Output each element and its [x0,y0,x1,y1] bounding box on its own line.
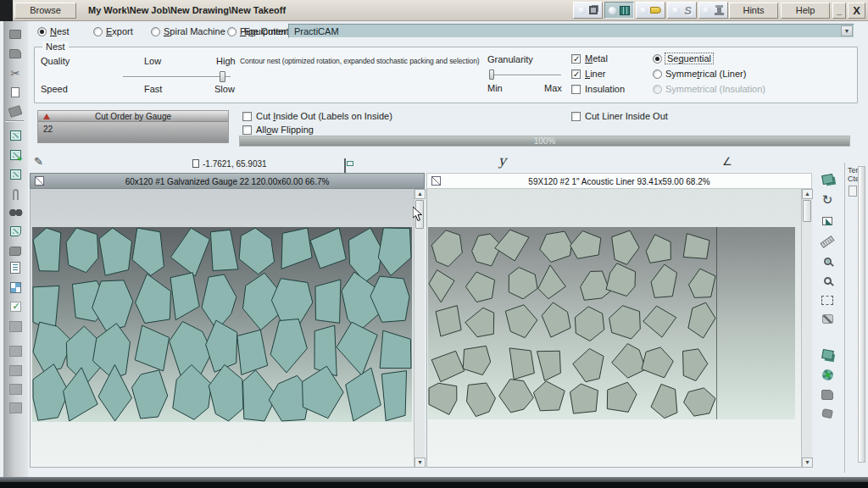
nest-pieces-1 [32,227,412,422]
pipe-cutter-radio[interactable] [227,27,236,36]
rotate-button[interactable]: ↻ [816,191,838,209]
help-button[interactable]: Help [781,3,830,19]
cut-order-header[interactable]: Cut Order by Gauge [38,111,228,122]
symmetrical-liner-label[interactable]: Symmetrical (Liner) [665,69,746,79]
sequential-label[interactable]: Sequential [665,53,713,64]
scroll-down-icon[interactable]: ▼ [802,458,813,468]
find-button[interactable] [6,204,25,221]
zoom-button[interactable] [816,271,838,290]
metal-checkbox[interactable] [571,54,581,64]
chevron-down-icon[interactable]: ▼ [841,25,853,36]
paste-button[interactable] [6,103,25,119]
toolbar-button-blank-3[interactable] [6,362,25,379]
cut-order-list[interactable]: Cut Order by Gauge 22 [37,110,229,143]
symmetrical-insulation-radio[interactable] [653,85,662,94]
drawing-2-button[interactable] [6,166,25,183]
minimize-button[interactable]: _ [832,3,846,19]
nest-mode-label[interactable]: Nest [50,26,70,36]
export-piece-button[interactable] [6,223,25,240]
save-button[interactable] [6,25,25,42]
auto-nest-button[interactable] [816,365,838,384]
symmetrical-insulation-label[interactable]: Symmetrical (Insulation) [665,84,765,94]
sheet-1-scrollbar[interactable]: ▲ ▼ [414,189,425,468]
speed-label: Speed [41,84,68,94]
scroll-up-icon[interactable]: ▲ [415,189,426,199]
hints-button[interactable]: Hints [729,3,778,19]
granularity-slider-handle[interactable] [489,69,494,80]
spiral-machine-radio[interactable] [151,27,160,36]
quality-low-label: Low [144,56,161,66]
piece-tool-button[interactable] [816,404,838,423]
scrollbar-thumb[interactable] [803,200,811,222]
new-nest-button[interactable] [6,147,25,164]
select-region-button[interactable] [816,291,838,309]
fittings-button[interactable]: S [667,2,697,19]
side-panel-scrollbar[interactable] [858,166,865,463]
measure-y-icon: y [498,152,506,169]
cut-order-row[interactable]: 22 [43,125,53,134]
swap-pieces-button[interactable] [816,345,838,363]
toolbar-button-blank-5[interactable] [6,399,25,416]
approve-button[interactable] [6,298,25,315]
grid-button[interactable] [6,279,25,296]
browse-button[interactable]: Browse [14,3,76,19]
symmetrical-liner-radio[interactable] [653,69,662,79]
nest-view-button[interactable] [604,2,634,19]
sheet-2-scrollbar[interactable]: ▲ ▼ [801,189,812,468]
toolbar-button-blank-4[interactable] [6,380,25,397]
cut-inside-out-checkbox[interactable] [242,112,252,121]
cut-liner-inside-out-label[interactable]: Cut Liner Inside Out [585,111,668,121]
notes-button[interactable] [636,2,665,19]
cut-inside-out-label[interactable]: Cut Inside Out (Labels on Inside) [256,111,392,121]
measure-button[interactable] [816,232,838,251]
view-3d-button[interactable] [573,2,603,19]
liner-label[interactable]: Liner [585,69,605,79]
copy-button[interactable] [6,84,25,101]
insulation-checkbox[interactable] [571,85,581,94]
export-mode-radio[interactable] [93,27,103,36]
sheet-1-header[interactable]: 60x120 #1 Galvanized Gauge 22 120.00x60.… [30,173,425,189]
report-button[interactable] [6,259,25,276]
equipment-label: Equipment [244,26,289,36]
liner-checkbox[interactable] [571,69,581,79]
metal-label[interactable]: Metal [585,53,608,64]
cut-liner-inside-out-checkbox[interactable] [571,112,581,121]
quality-slider-track[interactable] [123,76,231,78]
pan-icon [822,314,833,324]
press-icon [715,13,724,15]
toolbar-button-blank-1[interactable] [6,318,25,335]
insulation-label[interactable]: Insulation [585,84,625,94]
allow-flipping-checkbox[interactable] [242,125,252,135]
press-button[interactable] [698,2,728,19]
pan-button[interactable] [816,309,838,328]
sheet-tool-button[interactable] [816,385,838,404]
swap-pieces-icon [821,348,834,359]
allow-flipping-label[interactable]: Allow Flipping [256,125,314,135]
granularity-slider-track[interactable] [489,75,561,76]
nest-canvas-2[interactable] [428,227,795,419]
puzzle-button[interactable] [6,242,25,259]
export-mode-label[interactable]: Export [106,26,133,36]
drawing-button[interactable] [6,127,25,144]
sheet-2-header[interactable]: 59X120 #2 1" Acoustic Liner 93.41x59.00 … [426,173,812,189]
zoom-window-button[interactable] [816,252,838,270]
equipment-value: PractiCAM [294,26,339,36]
scroll-up-icon[interactable]: ▲ [802,189,813,199]
toolbar-button-blank-2[interactable] [6,342,25,359]
cut-button[interactable]: ✂ [6,64,25,81]
nest-canvas-1[interactable] [32,227,412,422]
scroll-down-icon[interactable]: ▼ [415,458,426,468]
flip-button[interactable] [816,212,838,230]
nest-mode-radio[interactable] [37,27,47,36]
equipment-combobox[interactable]: PractiCAM ▼ [288,24,854,38]
quality-slider-handle[interactable] [220,71,225,82]
spiral-machine-label[interactable]: Spiral Machine [164,26,225,36]
copy-icon [11,87,19,97]
attach-button[interactable] [6,186,25,202]
titlebar-corner [0,0,13,21]
sequential-radio[interactable] [653,54,662,64]
open-button[interactable] [6,45,25,62]
move-piece-icon [821,173,834,184]
move-piece-button[interactable] [816,169,838,188]
close-button[interactable]: X [848,3,865,19]
